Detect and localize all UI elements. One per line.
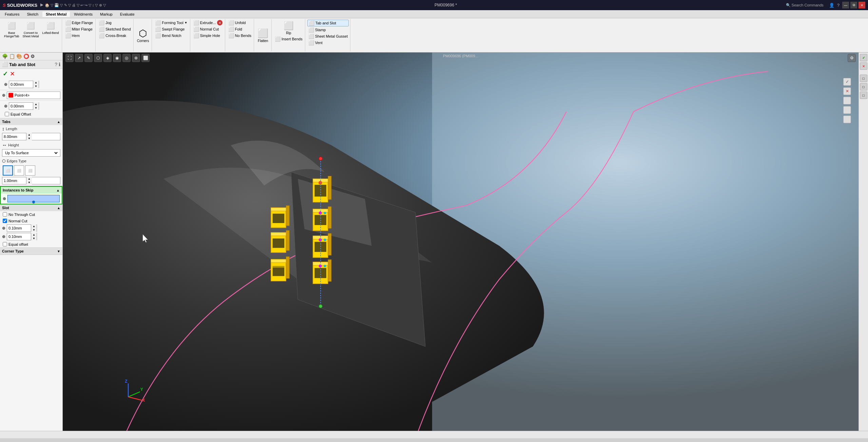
panel-display-icon[interactable]: 🎨 [16,54,22,59]
no-through-cut-checkbox[interactable] [3,212,7,217]
convert-button[interactable]: ⬜ Convert toSheet Metal [21,20,40,39]
normal-cut-checkbox[interactable] [3,219,7,223]
slot-section-header[interactable]: Slot ▲ [0,204,62,211]
normal-cut-button[interactable]: ⬜ Normal Cut [192,26,224,32]
unfold-button[interactable]: ⬜ Unfold [227,20,252,26]
help-icon[interactable]: ? [837,3,840,8]
sketched-bend-button[interactable]: ⬜ Sketched Bend [98,26,132,32]
vp-btn-hide[interactable]: ◉ [113,54,121,62]
edge-type-btn-1[interactable]: ⬜ [3,165,13,176]
tab-markup[interactable]: Markup [97,12,116,17]
edge-offset-up-arrow[interactable]: ▲ [26,177,32,181]
restore-button[interactable]: ⧉ [850,2,857,8]
corner-type-label: Corner Type [2,249,24,253]
vp-btn-pan[interactable]: ↗ [75,54,83,62]
insert-bends-button[interactable]: ⬜ Insert Bends [274,36,304,42]
hem-button[interactable]: ⬜ Hem [64,33,94,39]
user-icon[interactable]: 👤 [829,3,834,8]
panel-tree-icon[interactable]: 🌳 [2,54,8,59]
vp-btn-settings[interactable]: ⚙ [848,54,856,62]
offset2-down-arrow[interactable]: ▼ [33,106,39,110]
jog-button[interactable]: ⬜ Jog [98,20,132,26]
forming-tool-button[interactable]: ⬜ Forming Tool ▼ [154,20,188,26]
simple-hole-button[interactable]: ⬜ Simple Hole [192,33,224,39]
minimize-button[interactable]: — [842,2,849,8]
slot-val1-down-arrow[interactable]: ▼ [31,228,37,232]
equal-offset-checkbox[interactable] [5,112,9,116]
length-input[interactable]: 8.00mm [2,133,26,140]
flatten-button[interactable]: ⬜ Flatten [255,19,272,52]
lofted-bend-button[interactable]: ⬜ Lofted-Bend [41,20,60,35]
equal-offset2-checkbox[interactable] [3,242,7,246]
panel-help-icon[interactable]: ? [55,62,57,67]
edge-flange-button[interactable]: ⬜ Edge Flange [64,20,94,26]
right-btn-1[interactable]: □ [860,75,867,82]
close-button[interactable]: ✕ [859,2,865,8]
corners-button[interactable]: ⬡ Corners [134,19,152,52]
swept-flange-button[interactable]: ⬜ Swept Flange [154,26,188,32]
offset-up-arrow[interactable]: ▲ [33,81,39,84]
close-small-button[interactable]: ✕ [217,20,223,25]
offset-input[interactable]: 0.00mm [9,81,33,88]
vp-btn-display[interactable]: ◎ [122,54,131,62]
vp-btn-view[interactable]: ⬡ [94,54,102,62]
tabs-section-header[interactable]: Tabs ▲ [0,118,62,125]
tab-evaluate[interactable]: Evaluate [117,12,138,17]
panel-properties-icon[interactable]: 📋 [9,54,15,59]
cancel-button[interactable]: ✕ [10,70,15,78]
corner-type-header[interactable]: Corner Type ▼ [0,248,62,255]
vp-btn-add[interactable]: ⊕ [132,54,140,62]
instances-input-box[interactable] [7,195,60,202]
instances-section-header[interactable]: Instances to Skip ▲ [1,187,62,194]
vp-btn-section[interactable]: ◈ [103,54,112,62]
base-flange-button[interactable]: ⬜ BaseFlange/Tab [3,20,21,39]
stamp-button[interactable]: ⬜ Stamp [307,27,349,33]
panel-scenes-icon[interactable]: ⭕ [23,54,29,59]
point-selector-box[interactable]: Point<4> [7,92,60,99]
panel-info-icon[interactable]: ℹ [59,62,60,67]
tab-sketch[interactable]: Sketch [23,12,42,17]
panel-custom-icon[interactable]: ⚙ [31,54,35,59]
right-btn-2[interactable]: □ [860,83,867,91]
slot-val2-input[interactable]: 0.10mm [7,233,31,240]
right-ok-button[interactable]: ✓ [860,54,867,61]
panel-header: ⬜ Tab and Slot ? ℹ [0,60,62,69]
height-select[interactable]: Up To Surface [4,150,59,155]
no-bends-button[interactable]: ⬜ No Bends [227,33,252,39]
tab-weldments[interactable]: Weldments [71,12,96,17]
length-up-arrow[interactable]: ▲ [26,133,32,137]
viewport-svg: Y X Z ✓ ✕ [63,53,859,431]
sheet-metal-gusset-button[interactable]: ⬜ Sheet Metal Gusset [307,33,349,39]
extrude-button[interactable]: ⬜ Extrude... ✕ [192,20,224,26]
offset-down-arrow[interactable]: ▼ [33,84,39,88]
tab-slot-button[interactable]: ⬜ Tab and Slot [307,20,349,26]
vp-btn-rotate[interactable]: ✎ [84,54,93,62]
slot-val2-down-arrow[interactable]: ▼ [31,237,37,240]
offset2-up-arrow[interactable]: ▲ [33,102,39,106]
ok-button[interactable]: ✓ [3,70,8,78]
tab-features[interactable]: Features [1,12,23,17]
vent-button[interactable]: ⬜ Vent [307,40,349,46]
slot-val1-input[interactable]: 0.10mm [7,225,31,232]
fold-button[interactable]: ⬜ Fold [227,26,252,32]
edge-type-btn-3[interactable]: ⬜ [25,165,35,176]
slot-val2-up-arrow[interactable]: ▲ [31,233,37,237]
edge-offset-down-arrow[interactable]: ▼ [26,181,32,184]
length-down-arrow[interactable]: ▼ [26,137,32,140]
bend-notch-button[interactable]: ⬜ Bend Notch [154,33,188,39]
height-select-container[interactable]: Up To Surface [2,149,60,157]
vp-btn-zoom[interactable]: ⛶ [65,54,74,62]
cross-break-button[interactable]: ⬜ Cross-Break [98,33,132,39]
svg-rect-4 [271,259,286,263]
right-cancel-button[interactable]: ✕ [860,62,867,70]
edge-offset-input[interactable]: 1.00mm [2,177,26,184]
right-btn-3[interactable]: □ [860,92,867,99]
vp-btn-scene[interactable]: ⬜ [141,54,150,62]
slot-val1-up-arrow[interactable]: ▲ [31,224,37,228]
edge-type-btn-2[interactable]: ⬜ [14,165,24,176]
tab-sheet-metal[interactable]: Sheet Metal [42,12,70,17]
offset2-input[interactable]: 0.00mm [9,103,33,109]
miter-flange-button[interactable]: ⬜ Miter Flange [64,26,94,32]
search-bar[interactable]: 🔍 Search Commands [786,3,824,7]
rip-button[interactable]: ⬜ Rip [274,20,304,36]
